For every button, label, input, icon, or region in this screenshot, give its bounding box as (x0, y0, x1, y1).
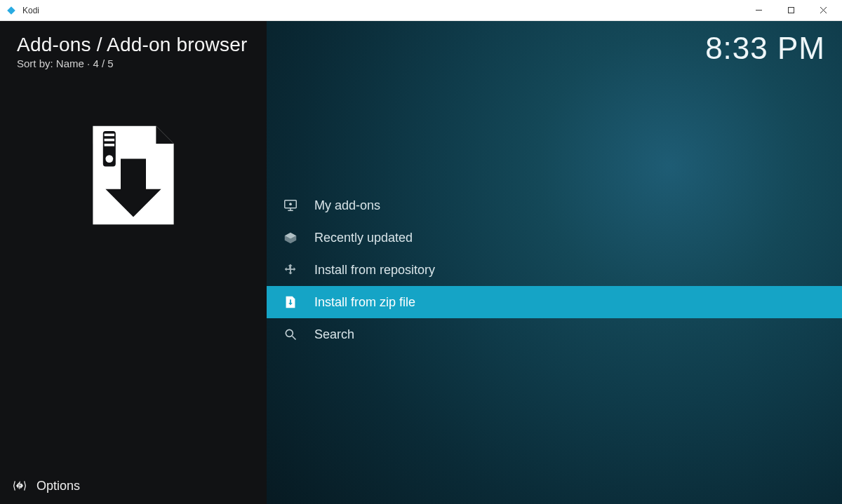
svg-rect-6 (105, 134, 114, 137)
menu-item-install-zip[interactable]: Install from zip file (267, 286, 842, 318)
sidebar-feature-icon (0, 118, 267, 245)
menu-item-label: My add-ons (314, 198, 380, 213)
menu-item-search[interactable]: Search (267, 318, 842, 350)
list-position: 4 / 5 (93, 57, 113, 69)
zip-download-icon (70, 118, 196, 245)
svg-point-15 (286, 329, 293, 336)
zip-install-icon (282, 294, 299, 311)
menu-item-label: Recently updated (314, 231, 413, 245)
kodi-logo-icon (6, 5, 17, 16)
svg-marker-10 (21, 483, 23, 489)
svg-marker-9 (16, 483, 18, 489)
svg-line-16 (293, 336, 296, 340)
menu-item-label: Install from repository (314, 263, 435, 278)
svg-rect-8 (105, 144, 114, 147)
maximize-button[interactable] (775, 0, 807, 20)
sort-info: Sort by: Name · 4 / 5 (17, 57, 250, 69)
options-label: Options (36, 479, 80, 493)
sidebar: Add-ons / Add-on browser Sort by: Name ·… (0, 21, 267, 504)
main-panel: 8:33 PM My add-ons (267, 21, 842, 504)
window-title: Kodi (22, 6, 742, 15)
options-icon (13, 479, 27, 493)
svg-point-5 (105, 155, 113, 163)
monitor-addon-icon (282, 197, 299, 214)
window-buttons (742, 0, 839, 20)
titlebar: Kodi (0, 0, 842, 21)
minimize-button[interactable] (742, 0, 775, 20)
breadcrumb: Add-ons / Add-on browser (17, 34, 250, 56)
menu-item-recently-updated[interactable]: Recently updated (267, 222, 842, 254)
clock: 8:33 PM (705, 31, 825, 66)
sidebar-footer[interactable]: Options (0, 468, 267, 504)
search-icon (282, 326, 299, 343)
repository-icon (282, 261, 299, 278)
app-window: Kodi Add-ons / Add-on browser Sort by: N… (0, 0, 842, 504)
content-area: Add-ons / Add-on browser Sort by: Name ·… (0, 21, 842, 504)
sort-label: Sort by: (17, 57, 53, 69)
open-box-icon (282, 229, 299, 246)
sidebar-header: Add-ons / Add-on browser Sort by: Name ·… (0, 21, 267, 69)
menu-item-my-addons[interactable]: My add-ons (267, 189, 842, 222)
menu-item-label: Install from zip file (314, 295, 415, 310)
svg-point-14 (289, 203, 292, 205)
menu-list: My add-ons Recently updated (267, 189, 842, 350)
sort-value: Name (56, 57, 84, 69)
close-button[interactable] (807, 0, 839, 20)
svg-rect-7 (105, 139, 114, 142)
menu-item-install-repository[interactable]: Install from repository (267, 254, 842, 286)
svg-rect-1 (788, 8, 794, 13)
menu-item-label: Search (314, 327, 354, 342)
